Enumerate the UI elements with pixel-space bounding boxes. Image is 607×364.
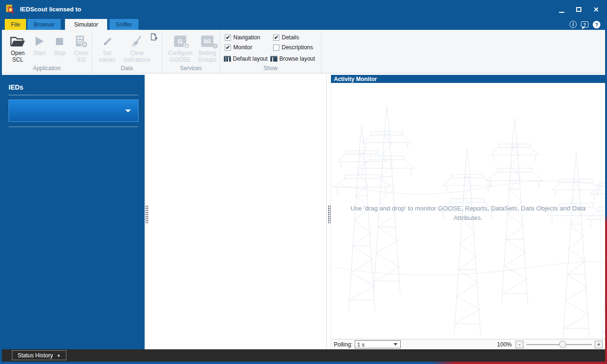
setting-groups-button[interactable]: SG ⚙ SettingGroups <box>195 33 219 63</box>
ribbon-group-services: G ConfigureGOOSE SG ⚙ SettingGroups <box>162 30 220 73</box>
window-title: IEDScout licensed to <box>20 6 81 13</box>
iedscout-window: IEDScout licensed to ✕ File Browser Simu… <box>0 0 607 364</box>
minimize-button[interactable] <box>559 12 564 13</box>
ribbon-group-application: OpenSCL Start Stop <box>2 30 92 73</box>
columns-layout-icon <box>224 56 231 62</box>
window-border-left <box>0 0 2 364</box>
configure-goose-button[interactable]: G ConfigureGOOSE <box>166 33 194 63</box>
checkbox-monitor[interactable]: ✔ Monitor <box>225 44 252 51</box>
app-icon <box>5 4 15 14</box>
report-export-icon[interactable] <box>150 33 157 41</box>
checkbox-descriptions-box[interactable] <box>273 45 279 51</box>
divider <box>9 127 138 127</box>
ribbon-group-show: ✔ Navigation ✔ Monitor ✔ Details Descrip… <box>220 30 322 73</box>
details-panel <box>148 75 327 349</box>
group-label-data: Data <box>92 65 162 72</box>
polling-bar: Polling: 1 s 100% - + <box>331 339 605 349</box>
help-icon[interactable]: ? <box>593 21 600 28</box>
sidebar-title: IEDs <box>9 83 23 91</box>
chevron-down-icon <box>125 109 131 112</box>
checkbox-navigation-box[interactable]: ✔ <box>225 35 231 41</box>
activity-monitor-header: Activity Monitor <box>331 75 605 83</box>
zoom-in-button[interactable]: + <box>595 341 603 348</box>
drag-drop-hint: Use 'drag and drop' to monitor GOOSE, Re… <box>331 204 605 223</box>
close-ied-button[interactable]: CloseIED <box>71 33 92 63</box>
checkbox-navigation[interactable]: ✔ Navigation <box>225 34 260 41</box>
ribbon-group-data: Setvalues Clearindications <box>92 30 162 73</box>
window-border-right <box>605 0 607 364</box>
content-area: IEDs Activity Monitor <box>2 73 605 349</box>
group-label-services: Services <box>162 65 220 72</box>
ied-dropdown[interactable] <box>9 100 138 122</box>
polling-interval-value: 1 s <box>355 342 394 347</box>
goose-icon: G <box>174 33 186 50</box>
polling-interval-select[interactable]: 1 s <box>355 340 401 348</box>
tab-simulator[interactable]: Simulator <box>65 19 107 30</box>
chevron-down-icon <box>394 343 397 346</box>
stop-icon <box>56 33 63 50</box>
activity-monitor-body: Use 'drag and drop' to monitor GOOSE, Re… <box>331 83 605 339</box>
gear-icon: ⚙ <box>212 42 218 50</box>
play-icon <box>36 33 44 50</box>
browse-layout-button[interactable]: Browse layout <box>270 55 315 62</box>
setting-groups-icon: SG ⚙ <box>201 33 213 50</box>
start-button[interactable]: Start <box>31 33 48 63</box>
ribbon-tab-bar: File Browser Simulator Sniffer i ? ? <box>0 19 607 30</box>
browse-layout-icon <box>270 56 277 62</box>
maximize-button[interactable] <box>576 7 581 12</box>
window-border-bottom <box>0 362 607 364</box>
ribbon: OpenSCL Start Stop <box>2 30 605 73</box>
zoom-level: 100% <box>497 341 512 348</box>
zoom-slider[interactable] <box>526 341 592 348</box>
checkbox-monitor-box[interactable]: ✔ <box>225 45 231 51</box>
checkbox-details[interactable]: ✔ Details <box>273 34 299 41</box>
tab-browser[interactable]: Browser <box>28 19 61 30</box>
checkbox-descriptions[interactable]: Descriptions <box>273 44 313 51</box>
divider <box>9 95 138 95</box>
title-bar: IEDScout licensed to ✕ <box>0 0 607 19</box>
tab-file[interactable]: File <box>5 19 26 30</box>
ieds-sidebar: IEDs <box>2 75 145 349</box>
device-close-icon <box>75 33 88 50</box>
chevron-up-icon: ▲ <box>57 353 61 357</box>
checkbox-details-box[interactable]: ✔ <box>273 35 279 41</box>
feedback-icon[interactable]: ? <box>581 21 589 27</box>
open-scl-button[interactable]: OpenSCL <box>8 33 28 63</box>
folder-open-icon <box>9 33 26 50</box>
group-label-show: Show <box>220 65 321 72</box>
status-history-button[interactable]: Status History ▲ <box>12 350 66 360</box>
clear-indications-button[interactable]: Clearindications <box>120 33 154 63</box>
splitter-left[interactable] <box>145 75 148 349</box>
stop-button[interactable]: Stop <box>51 33 68 63</box>
tab-sniffer[interactable]: Sniffer <box>110 19 138 30</box>
status-bar: Status History ▲ <box>2 349 605 362</box>
zoom-out-button[interactable]: - <box>515 341 524 348</box>
pencil-icon <box>102 33 113 50</box>
polling-label: Polling: <box>334 341 352 348</box>
info-icon[interactable]: i <box>570 21 577 28</box>
activity-monitor-panel: Activity Monitor <box>331 75 605 349</box>
splitter-grip-icon[interactable] <box>145 205 148 223</box>
default-layout-button[interactable]: Default layout <box>224 55 267 62</box>
zoom-slider-thumb[interactable] <box>559 341 566 348</box>
set-values-button[interactable]: Setvalues <box>97 33 118 63</box>
group-label-application: Application <box>2 65 92 72</box>
close-button[interactable]: ✕ <box>593 6 599 13</box>
broom-icon <box>131 33 143 50</box>
